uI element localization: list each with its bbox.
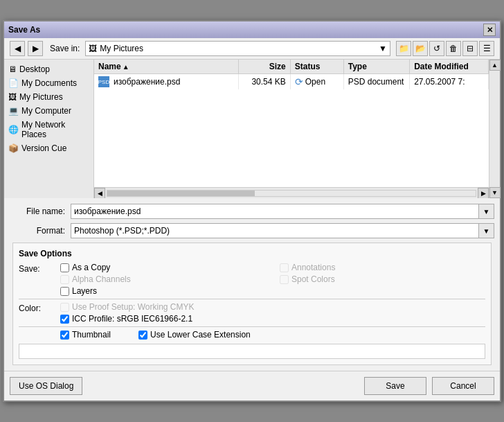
- save-as-dialog: Save As ✕ ◀ ▶ Save in: 🖼 My Pictures ▼ 📁…: [3, 20, 501, 402]
- col-status[interactable]: Status: [290, 60, 343, 74]
- file-name-row: File name: ▼: [10, 204, 494, 219]
- icc-profile-checkbox[interactable]: [60, 315, 69, 324]
- col-size[interactable]: Size: [238, 60, 290, 74]
- computer-label: My Computer: [21, 106, 71, 116]
- scroll-thumb-h[interactable]: [107, 191, 255, 196]
- save-in-combo[interactable]: 🖼 My Pictures ▼: [82, 41, 390, 56]
- refresh-button[interactable]: ↺: [429, 41, 444, 56]
- new-folder-button[interactable]: 📁: [396, 41, 411, 56]
- thumbnail-checkbox[interactable]: [60, 331, 69, 340]
- bottom-section: File name: ▼ Format: ▼ Save Options Save…: [4, 198, 500, 371]
- scroll-track-v: [489, 71, 500, 187]
- inner-status-bar: [19, 344, 485, 359]
- scroll-right-button[interactable]: ▶: [478, 188, 489, 199]
- use-lower-case-checkbox[interactable]: [138, 331, 147, 340]
- scroll-left-button[interactable]: ◀: [94, 188, 105, 199]
- save-in-arrow-icon: ▼: [379, 44, 387, 53]
- versioncue-icon: 📦: [8, 143, 19, 153]
- create-folder-button[interactable]: 📂: [413, 41, 428, 56]
- file-status: Open: [305, 77, 325, 87]
- content-area: 🖥 Desktop 📄 My Documents 🖼 My Pictures 💻…: [4, 60, 500, 198]
- col-date[interactable]: Date Modified: [410, 60, 489, 74]
- scroll-track-h: [107, 190, 476, 197]
- back-button[interactable]: ◀: [10, 41, 25, 56]
- delete-button[interactable]: 🗑: [446, 41, 461, 56]
- versioncue-label: Version Cue: [21, 143, 66, 153]
- annotations-label: Annotations: [291, 263, 335, 272]
- back-icon: ◀: [15, 44, 21, 53]
- option-as-a-copy: As a Copy: [60, 263, 266, 272]
- use-os-dialog-button[interactable]: Use OS Dialog: [10, 377, 82, 395]
- color-options-row: Color: Use Proof Setup: Working CMYK ICC…: [19, 302, 485, 324]
- save-button[interactable]: Save: [364, 377, 426, 395]
- titlebar: Save As ✕: [4, 21, 500, 38]
- file-type-cell: PSD document: [343, 74, 409, 90]
- save-in-dropdown[interactable]: 🖼 My Pictures ▼: [85, 41, 390, 56]
- thumbnail-label: Thumbnail: [72, 330, 111, 340]
- format-input-combo: ▼: [71, 223, 494, 238]
- pictures-label: My Pictures: [19, 92, 63, 102]
- save-options-title: Save Options: [19, 249, 485, 258]
- alpha-channels-label: Alpha Channels: [72, 274, 131, 284]
- sidebar-item-computer[interactable]: 💻 My Computer: [4, 104, 93, 118]
- close-button[interactable]: ✕: [483, 24, 496, 36]
- annotations-checkbox[interactable]: [280, 263, 289, 272]
- option-spot-colors: Spot Colors: [280, 274, 485, 284]
- view-button[interactable]: ⊟: [462, 41, 478, 56]
- col-type[interactable]: Type: [343, 60, 409, 74]
- open-status-icon: ⟳: [295, 76, 303, 87]
- icc-profile-label: ICC Profile: sRGB IEC61966-2.1: [72, 314, 192, 324]
- option-thumbnail: Thumbnail: [60, 330, 111, 340]
- list-view-button[interactable]: ☰: [479, 41, 494, 56]
- desktop-icon: 🖥: [8, 64, 17, 74]
- option-icc-profile: ICC Profile: sRGB IEC61966-2.1: [60, 314, 485, 324]
- use-proof-setup-checkbox[interactable]: [60, 303, 69, 312]
- save-options-row: Save: As a Copy Annotations: [19, 263, 485, 296]
- color-options: Use Proof Setup: Working CMYK ICC Profil…: [60, 302, 485, 324]
- divider2: [19, 326, 485, 327]
- horizontal-scrollbar[interactable]: ◀ ▶: [94, 187, 489, 198]
- file-table: Name ▲ Size Status Type: [94, 60, 489, 89]
- file-name-dropdown-arrow[interactable]: ▼: [479, 204, 494, 219]
- forward-button[interactable]: ▶: [28, 41, 43, 56]
- sidebar-item-pictures[interactable]: 🖼 My Pictures: [4, 90, 93, 104]
- right-buttons: Save Cancel: [364, 377, 494, 395]
- sidebar-item-versioncue[interactable]: 📦 Version Cue: [4, 141, 93, 155]
- file-name: изображение.psd: [114, 77, 180, 87]
- col-name[interactable]: Name ▲: [94, 60, 238, 74]
- scroll-down-button[interactable]: ▼: [489, 187, 501, 198]
- use-proof-setup-label: Use Proof Setup: Working CMYK: [72, 302, 195, 312]
- format-input[interactable]: [71, 223, 479, 238]
- save-options-grid: As a Copy Annotations Alpha Channels: [60, 263, 485, 296]
- layers-checkbox[interactable]: [60, 287, 69, 296]
- desktop-label: Desktop: [19, 64, 50, 74]
- scroll-up-button[interactable]: ▲: [489, 60, 501, 71]
- layers-label: Layers: [72, 286, 97, 296]
- bottom-checkboxes: Thumbnail Use Lower Case Extension: [60, 330, 485, 340]
- forward-icon: ▶: [33, 44, 39, 53]
- documents-icon: 📄: [8, 78, 19, 88]
- spot-colors-checkbox[interactable]: [280, 275, 289, 284]
- option-alpha-channels: Alpha Channels: [60, 274, 266, 284]
- dialog-title: Save As: [8, 25, 40, 35]
- file-size-cell: 30.54 KB: [238, 74, 290, 90]
- table-row[interactable]: PSD изображение.psd 30.54 KB ⟳ Open PSD …: [94, 74, 489, 90]
- file-name-input[interactable]: [71, 204, 479, 219]
- sidebar-item-network[interactable]: 🌐 My Network Places: [4, 118, 93, 141]
- alpha-channels-checkbox[interactable]: [60, 275, 69, 284]
- as-a-copy-checkbox[interactable]: [60, 263, 69, 272]
- file-name-cell: PSD изображение.psd: [94, 74, 238, 90]
- close-icon: ✕: [487, 26, 493, 35]
- format-dropdown-arrow[interactable]: ▼: [479, 223, 494, 238]
- buttons-row: Use OS Dialog Save Cancel: [4, 371, 500, 401]
- toolbar: ◀ ▶ Save in: 🖼 My Pictures ▼ 📁 📂 ↺ 🗑 ⊟ ☰: [4, 38, 500, 60]
- network-label: My Network Places: [21, 120, 89, 139]
- cancel-button[interactable]: Cancel: [432, 377, 494, 395]
- psd-icon: PSD: [98, 76, 109, 87]
- sidebar-item-desktop[interactable]: 🖥 Desktop: [4, 62, 93, 76]
- sidebar-item-documents[interactable]: 📄 My Documents: [4, 76, 93, 90]
- vertical-scrollbar[interactable]: ▲ ▼: [489, 60, 500, 198]
- option-annotations: Annotations: [280, 263, 485, 272]
- sort-arrow-icon: ▲: [123, 63, 129, 71]
- save-options-box: Save Options Save: As a Copy Annotations: [12, 243, 492, 365]
